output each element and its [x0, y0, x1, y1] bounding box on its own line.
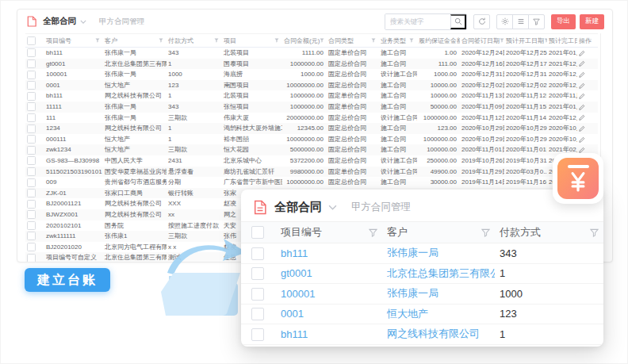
cell-project-id[interactable]: gt0001	[44, 59, 103, 70]
cell-customer[interactable]: 张家口工商局	[103, 188, 167, 199]
row-checkbox[interactable]	[27, 156, 36, 165]
yen-card[interactable]	[553, 153, 603, 204]
cell-project[interactable]: 北装项目	[222, 48, 282, 59]
filter-icon[interactable]	[369, 228, 377, 237]
filter-icon[interactable]	[544, 38, 547, 43]
row-checkbox[interactable]	[27, 146, 36, 155]
cell-customer[interactable]: 张伟康一局	[103, 48, 167, 59]
search-input[interactable]	[385, 14, 450, 29]
cell-project-id[interactable]: zwk1234	[44, 144, 103, 155]
cell-project-id[interactable]: bh111	[44, 90, 103, 102]
row-checkbox[interactable]	[27, 113, 36, 122]
edit-icon[interactable]	[579, 71, 595, 78]
row-checkbox[interactable]	[27, 92, 36, 101]
filter-icon[interactable]	[95, 38, 100, 43]
cell-customer[interactable]: 网之线科技有限公司	[103, 123, 167, 134]
cell-project-id[interactable]: 2020102101	[44, 220, 103, 232]
cell-project-id[interactable]: 5115021503190101	[44, 167, 103, 178]
cell-project[interactable]: 北京乐城中心	[222, 155, 282, 167]
select-all-checkbox[interactable]	[27, 36, 36, 45]
cell-customer[interactable]: 中国人民大学	[103, 155, 167, 167]
cell-customer[interactable]: 网之线科技有限公司	[103, 198, 167, 209]
export-button[interactable]: 导出	[551, 14, 576, 29]
cell-project-id[interactable]: 009	[44, 177, 103, 188]
cell-project-id[interactable]: 项目编号可自定义	[44, 252, 103, 262]
edit-icon[interactable]	[579, 60, 595, 67]
cell-customer[interactable]: 张伟康一局	[103, 102, 167, 113]
cell-customer[interactable]: 张伟康1	[103, 231, 167, 242]
row-checkbox[interactable]	[251, 267, 264, 280]
cell-project[interactable]: 广东省普宁市新中医医院...	[222, 177, 282, 188]
cell-project[interactable]: 伟康大厦	[222, 113, 282, 124]
row-checkbox[interactable]	[27, 135, 36, 144]
cell-customer[interactable]: 张伟康一局	[103, 69, 167, 80]
chevron-down-icon[interactable]	[80, 20, 86, 24]
row-checkbox[interactable]	[27, 232, 36, 240]
row-checkbox[interactable]	[251, 328, 264, 341]
create-button[interactable]: 新建	[580, 14, 604, 29]
columns-button[interactable]	[512, 14, 529, 29]
cell-customer[interactable]: 张伟康一局	[382, 284, 495, 305]
cell-customer[interactable]: 网之线科技有限公司	[103, 209, 167, 220]
cell-project[interactable]: 廊坊孔雀城汇景轩	[222, 167, 282, 178]
cell-customer[interactable]: 贵州省都匀市酒店服务有...	[103, 177, 167, 188]
edit-icon[interactable]	[579, 147, 595, 153]
search-button[interactable]	[450, 14, 466, 29]
cell-project-id[interactable]: 100001	[276, 284, 382, 305]
filter-icon[interactable]	[320, 38, 324, 43]
filter-icon[interactable]	[159, 38, 163, 43]
row-checkbox[interactable]	[27, 59, 36, 68]
cell-customer[interactable]: 恒大地产	[103, 80, 167, 91]
cell-project[interactable]: 南国项目	[222, 80, 282, 91]
row-checkbox[interactable]	[27, 48, 36, 57]
cell-customer[interactable]: 网之线科技有限公司	[382, 324, 495, 345]
cell-customer[interactable]: 国务院	[103, 220, 167, 232]
edit-icon[interactable]	[579, 136, 595, 143]
cell-project-id[interactable]: ZJK-01	[44, 188, 103, 199]
select-all-checkbox[interactable]	[251, 226, 264, 239]
edit-icon[interactable]	[579, 114, 595, 121]
cell-project-id[interactable]: gt0001	[276, 263, 382, 284]
row-checkbox[interactable]	[27, 189, 36, 197]
filter-icon[interactable]	[500, 38, 504, 43]
cell-project-id[interactable]: bh111	[276, 324, 382, 345]
cell-customer[interactable]: 张伟康一局	[103, 113, 167, 124]
row-checkbox[interactable]	[27, 243, 36, 251]
edit-icon[interactable]	[579, 82, 595, 89]
row-checkbox[interactable]	[27, 167, 36, 176]
cell-customer[interactable]: 网之线科技有限公司	[103, 90, 167, 102]
cell-customer[interactable]: 国安华夏幸福基业房地产...	[103, 167, 167, 178]
row-checkbox[interactable]	[27, 71, 36, 79]
cell-project-id[interactable]: GS-983—BJ30998	[44, 155, 103, 167]
row-checkbox[interactable]	[251, 247, 264, 260]
cell-project[interactable]: 海底捞	[222, 69, 282, 80]
row-checkbox[interactable]	[27, 221, 36, 230]
cell-customer[interactable]: 恒大地产	[382, 304, 495, 324]
cell-project-id[interactable]: 1234	[44, 123, 103, 134]
cell-customer[interactable]: 北京同方电气工程有限公司	[103, 242, 167, 253]
cell-project[interactable]: 裕丰国囍	[222, 134, 282, 145]
cell-project-id[interactable]: 0001	[44, 80, 103, 91]
row-checkbox[interactable]	[27, 81, 36, 90]
cell-customer[interactable]: 北京住总集团第三有限公司	[382, 263, 495, 284]
cell-project-id[interactable]: zwk111111	[44, 231, 103, 242]
edit-icon[interactable]	[579, 93, 595, 99]
settings-button[interactable]	[496, 14, 513, 29]
cell-project[interactable]: 鸿鹄科技大厦外墙施工项目	[222, 123, 282, 134]
cell-project-id[interactable]: 000111	[44, 134, 103, 145]
cell-customer[interactable]: 北京住总集团第三有限公司	[103, 59, 167, 70]
cell-project-id[interactable]: BJ20201020	[44, 242, 103, 253]
create-ledger-button[interactable]: 建立台账	[25, 268, 110, 292]
cell-project[interactable]: 张恒项目	[222, 102, 282, 113]
row-checkbox[interactable]	[27, 125, 36, 133]
cell-customer[interactable]: 北京住总集团第三有限公司	[103, 252, 167, 262]
cell-project-id[interactable]: BJ20001121	[44, 198, 103, 209]
row-checkbox[interactable]	[251, 308, 264, 320]
cell-project-id[interactable]: 11111	[44, 102, 103, 113]
chevron-down-icon[interactable]	[328, 205, 337, 210]
filter-icon[interactable]	[590, 228, 599, 237]
refresh-button[interactable]	[473, 14, 490, 29]
filter-button[interactable]	[528, 14, 545, 29]
cell-customer[interactable]: 恒大地产	[103, 144, 167, 155]
cell-project-id[interactable]: bh111	[276, 243, 382, 264]
